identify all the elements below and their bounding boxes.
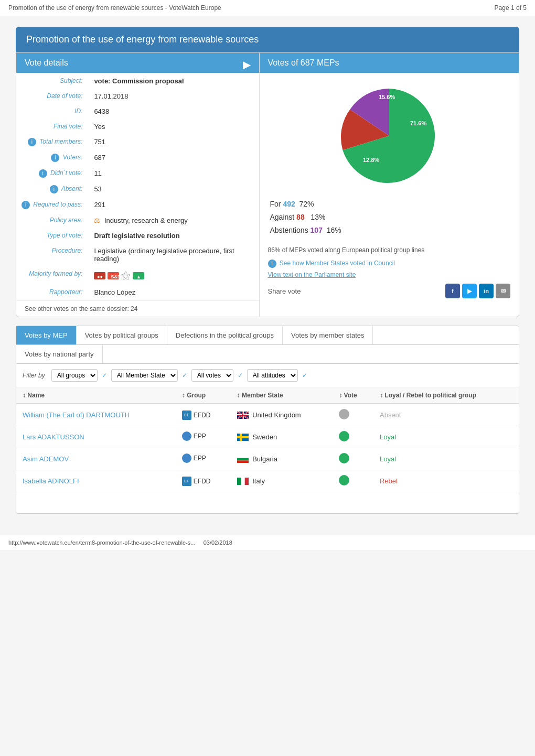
group-badge-epp-2: EPP bbox=[182, 453, 206, 463]
abstain-count: 107 bbox=[311, 226, 323, 234]
majority-icons: ●● S&D ⚝ ▲ bbox=[94, 270, 253, 281]
votes-header-text: Votes of 687 MEPs bbox=[268, 58, 339, 67]
tab-votes-by-national-party[interactable]: Votes by national party bbox=[16, 345, 103, 363]
col-member-state[interactable]: ↕ Member State bbox=[231, 387, 333, 404]
total-members-row: i Total members: 751 bbox=[17, 135, 258, 149]
member-state-cell: Bulgaria bbox=[231, 448, 333, 470]
vote-for-icon-2 bbox=[339, 453, 349, 463]
page-footer: http://www.votewatch.eu/en/term8-promoti… bbox=[0, 535, 535, 550]
svg-rect-15 bbox=[237, 461, 249, 463]
didnt-vote-row: i Didn`t vote: 11 bbox=[17, 166, 258, 181]
country-se: Sweden bbox=[252, 433, 277, 441]
see-how-link[interactable]: i See how Member States voted in Council bbox=[268, 260, 511, 268]
group-badge-epp-1: EPP bbox=[182, 431, 206, 441]
tab-votes-by-mep[interactable]: Votes by MEP bbox=[16, 326, 77, 344]
table-row: William (The Earl of) DARTMOUTH EF EFDD bbox=[16, 404, 519, 426]
main-title-header: Promotion of the use of energy from rene… bbox=[16, 27, 519, 52]
majority-label: Majority formed by: bbox=[17, 267, 89, 284]
twitter-button[interactable]: ▶ bbox=[462, 284, 477, 298]
vote-cell bbox=[333, 404, 373, 426]
tabs-section: Votes by MEP Votes by political groups D… bbox=[16, 326, 519, 514]
filter-checkmark2: ✓ bbox=[182, 372, 187, 379]
svg-rect-11 bbox=[237, 436, 249, 438]
linkedin-button[interactable]: in bbox=[479, 284, 494, 298]
vote-cell bbox=[333, 426, 373, 448]
efdd-icon-1: EF bbox=[182, 411, 191, 420]
vote-cell bbox=[333, 448, 373, 470]
tab-defections[interactable]: Defections in the political groups bbox=[167, 326, 283, 344]
majority-icon-3: ⚝ bbox=[121, 270, 131, 281]
majority-icon-2: S&D bbox=[108, 272, 119, 279]
id-value: 6438 bbox=[90, 104, 258, 118]
voters-row: i Voters: 687 bbox=[17, 150, 258, 165]
total-members-label: i Total members: bbox=[17, 135, 89, 149]
procedure-label: Procedure: bbox=[17, 244, 89, 266]
mep-name-adinolfi[interactable]: Isabella ADINOLFI bbox=[23, 477, 79, 485]
country-it: Italy bbox=[252, 477, 265, 485]
date-value: 17.01.2018 bbox=[90, 89, 258, 103]
required-pass-label: i Required to pass: bbox=[17, 198, 89, 212]
mep-name-dartmouth[interactable]: William (The Earl of) DARTMOUTH bbox=[23, 411, 130, 419]
pie-for-label: 71.6% bbox=[410, 120, 426, 126]
facebook-button[interactable]: f bbox=[445, 284, 460, 298]
footer-url: http://www.votewatch.eu/en/term8-promoti… bbox=[8, 539, 195, 546]
tab-national-party-label: Votes by national party bbox=[25, 350, 94, 358]
vote-details-header: Vote details ▶ bbox=[16, 53, 259, 73]
view-text-link[interactable]: View text on the Parliament site bbox=[268, 271, 511, 278]
subject-label: Subject: bbox=[17, 74, 89, 88]
subject-row: Subject: vote: Commission proposal bbox=[17, 74, 258, 88]
for-pct: 72% bbox=[299, 200, 314, 208]
col-vote[interactable]: ↕ Vote bbox=[333, 387, 373, 404]
type-vote-row: Type of vote: Draft legislative resoluti… bbox=[17, 229, 258, 243]
table-row: Isabella ADINOLFI EF EFDD bbox=[16, 470, 519, 492]
two-col-layout: Vote details ▶ Subject: vote: Commission… bbox=[16, 53, 519, 317]
vote-details-table: Subject: vote: Commission proposal Date … bbox=[16, 73, 259, 300]
info-icon-council: i bbox=[268, 260, 276, 268]
vote-details-icon[interactable]: ▶ bbox=[243, 58, 251, 71]
tab-political-groups-label: Votes by political groups bbox=[85, 331, 158, 339]
attitudes-filter-select[interactable]: All attitudes bbox=[247, 369, 298, 382]
group-badge-efdd-2: EF EFDD bbox=[182, 477, 211, 486]
col-group-label: ↕ Group bbox=[182, 392, 206, 399]
country-uk: United Kingdom bbox=[252, 411, 301, 419]
tab-defections-label: Defections in the political groups bbox=[176, 331, 274, 339]
pie-chart-container: 71.6% 12.8% 15.6% bbox=[268, 78, 511, 193]
majority-icon-1: ●● bbox=[94, 272, 105, 279]
policy-area-row: Policy area: ⚖ Industry, research & ener… bbox=[17, 213, 258, 228]
table-row: Lars ADAKTUSSON EPP bbox=[16, 426, 519, 448]
member-state-filter-select[interactable]: All Member State bbox=[111, 369, 178, 382]
group-badge-efdd-1: EF EFDD bbox=[182, 411, 211, 420]
votes-filter-select[interactable]: All votes bbox=[191, 369, 233, 382]
loyalty-rebel: Rebel bbox=[380, 477, 398, 485]
email-button[interactable]: ✉ bbox=[496, 284, 510, 298]
loyalty-cell: Rebel bbox=[373, 470, 519, 492]
bg-flag bbox=[237, 456, 249, 463]
page-header-title: Promotion of the use of energy from rene… bbox=[8, 4, 221, 12]
tab-votes-by-member-states[interactable]: Votes by member states bbox=[283, 326, 373, 344]
share-row: Share vote f ▶ in ✉ bbox=[268, 284, 511, 298]
main-title-text: Promotion of the use of energy from rene… bbox=[26, 34, 259, 45]
absent-row: i Absent: 53 bbox=[17, 182, 258, 197]
tabs-row: Votes by MEP Votes by political groups D… bbox=[16, 326, 519, 345]
empty-row-cell bbox=[16, 492, 519, 513]
didnt-vote-label: i Didn`t vote: bbox=[17, 166, 89, 181]
tab-votes-by-political-groups[interactable]: Votes by political groups bbox=[77, 326, 167, 344]
efdd-icon-2: EF bbox=[182, 477, 191, 486]
voters-value: 687 bbox=[90, 150, 258, 165]
uk-flag bbox=[237, 412, 249, 419]
against-count: 88 bbox=[296, 213, 305, 221]
mep-name-adaktusson[interactable]: Lars ADAKTUSSON bbox=[23, 433, 84, 441]
mep-name-ademov[interactable]: Asim ADEMOV bbox=[23, 455, 69, 463]
group-filter-select[interactable]: All groups bbox=[51, 369, 98, 382]
col-loyalty[interactable]: ↕ Loyal / Rebel to political group bbox=[373, 387, 519, 404]
col-name[interactable]: ↕ Name bbox=[16, 387, 176, 404]
mep-name-cell: William (The Earl of) DARTMOUTH bbox=[16, 404, 176, 426]
subject-value: vote: Commission proposal bbox=[90, 74, 258, 88]
see-how-label: See how Member States voted in Council bbox=[280, 260, 395, 267]
col-group[interactable]: ↕ Group bbox=[176, 387, 231, 404]
filter-checkmark4: ✓ bbox=[302, 372, 307, 379]
vote-absent-icon bbox=[339, 409, 349, 419]
id-row: ID: 6438 bbox=[17, 104, 258, 118]
pie-abstain-label: 15.6% bbox=[379, 94, 395, 100]
epp-icon-1 bbox=[182, 431, 191, 441]
